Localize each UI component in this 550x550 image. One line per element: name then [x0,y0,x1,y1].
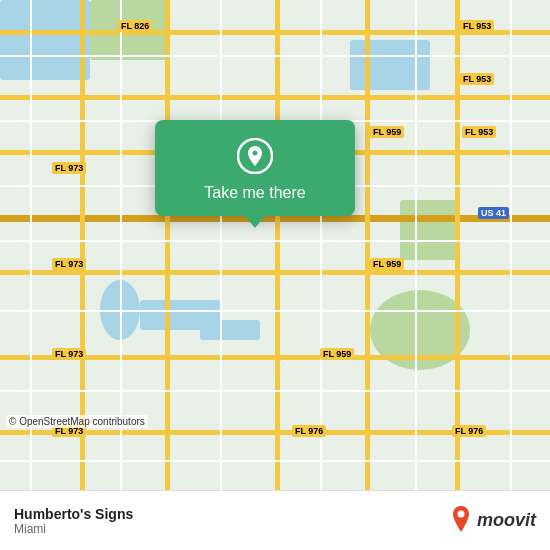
moovit-brand-text: moovit [477,510,536,531]
road-label-fl959-2: FL 959 [370,258,404,270]
location-pin-icon [237,138,273,174]
map-view[interactable]: FL 826 FL 953 FL 953 FL 959 FL 953 FL 97… [0,0,550,490]
road-label-fl973-2: FL 973 [52,258,86,270]
road-label-fl959-3: FL 959 [320,348,354,360]
take-me-there-button[interactable]: Take me there [204,184,305,202]
location-name: Humberto's Signs [14,506,133,522]
location-city: Miami [14,522,133,536]
road-label-fl953-3: FL 953 [462,126,496,138]
bottom-bar: Humberto's Signs Miami moovit [0,490,550,550]
road-label-fl976-1: FL 976 [292,425,326,437]
road-label-fl973-1: FL 973 [52,162,86,174]
moovit-pin-icon [449,506,473,536]
road-label-fl959-1: FL 959 [370,126,404,138]
moovit-logo: moovit [449,506,536,536]
road-label-fl973-3: FL 973 [52,348,86,360]
location-popup[interactable]: Take me there [155,120,355,216]
osm-attribution: © OpenStreetMap contributors [6,415,148,428]
road-label-fl826: FL 826 [118,20,152,32]
road-label-fl953-2: FL 953 [460,73,494,85]
road-label-us41: US 41 [478,207,509,219]
road-label-fl953-1: FL 953 [460,20,494,32]
svg-point-1 [457,510,464,517]
location-info: Humberto's Signs Miami [14,506,133,536]
road-label-fl976-2: FL 976 [452,425,486,437]
